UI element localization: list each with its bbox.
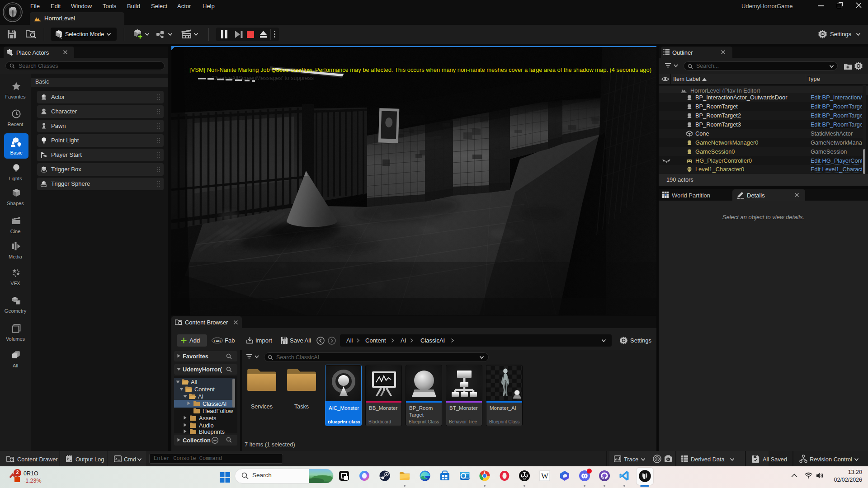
svg-text:FAB: FAB [214, 339, 221, 343]
svg-text:W: W [541, 472, 549, 480]
